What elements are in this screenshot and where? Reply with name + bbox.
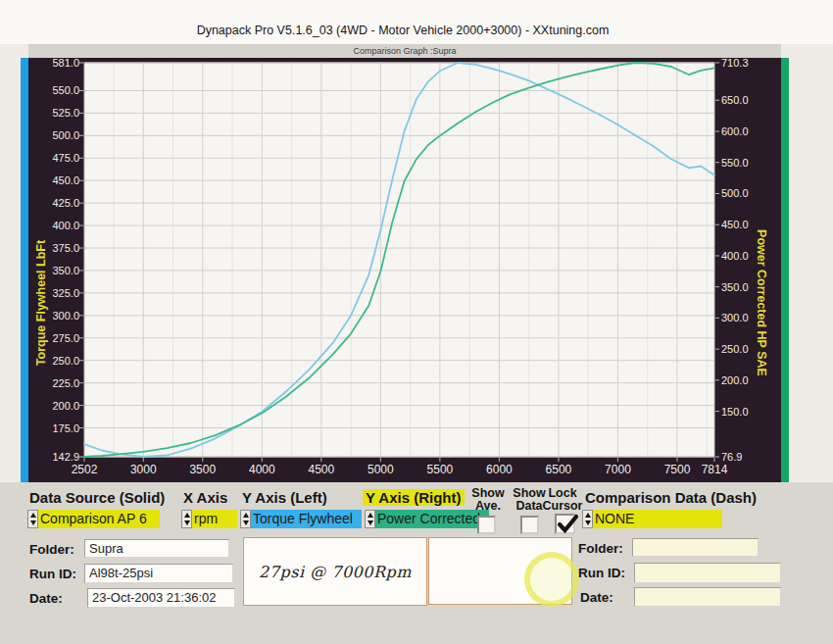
x-axis-tick-label: 7814 (702, 463, 728, 476)
right-axis-tick-label: 200.0 (721, 374, 749, 386)
x-axis-spinner[interactable] (181, 510, 192, 528)
label-line: Lock (548, 486, 576, 500)
folder-label: Folder: (29, 542, 74, 557)
show-data-checkbox[interactable] (520, 516, 539, 534)
spinner-up-icon (30, 513, 36, 518)
run-id-field[interactable]: Al98t-25psi (84, 564, 233, 583)
x-axis-tick-label: 7000 (605, 463, 631, 476)
comparison-folder-label: Folder: (578, 541, 623, 556)
y-axis-left-label: Y Axis (Left) (242, 489, 327, 506)
spinner-down-icon (30, 520, 36, 525)
comparison-data-label: Comparison Data (Dash) (585, 489, 757, 506)
dyno-plot[interactable]: 581.0550.0525.0500.0475.0450.0425.0400.0… (28, 58, 781, 482)
right-edge-strip (781, 58, 789, 482)
y-axis-left-combo: Torque Flywheel (240, 510, 362, 528)
right-axis-tick-label: 150.0 (721, 406, 749, 418)
note-box-2[interactable] (428, 537, 572, 605)
comparison-graph-block: Comparison Graph :Supra 581.0550.0525.05… (21, 44, 789, 482)
right-axis-tick-label: 710.3 (721, 58, 749, 69)
left-axis-tick-label: 375.0 (52, 242, 79, 254)
left-axis-tick-label: 350.0 (52, 265, 79, 276)
spinner-down-icon (243, 520, 249, 525)
x-axis-tick-label: 5500 (427, 463, 454, 476)
date-label: Date: (29, 591, 63, 606)
dynapack-window: Dynapack Pro V5.1.6_03 (4WD - Motor Vehi… (0, 0, 833, 644)
left-axis-tick-label: 142.9 (52, 451, 79, 463)
lock-cursor-checkbox[interactable] (555, 514, 575, 534)
left-edge-strip (21, 58, 28, 482)
x-axis-tick-label: 5000 (368, 463, 394, 476)
data-source-spinner[interactable] (27, 510, 38, 528)
comparison-date-label: Date: (580, 590, 613, 605)
right-axis-tick-label: 450.0 (721, 219, 749, 230)
control-panel: Data Source (Solid) X Axis Y Axis (Left)… (0, 482, 833, 644)
right-axis-tick-label: 500.0 (721, 187, 749, 199)
y-axis-right-label: Y Axis (Right) (363, 489, 465, 506)
label-line: Data (515, 499, 542, 513)
page-top-margin (0, 0, 833, 44)
plot-area (84, 63, 714, 457)
left-axis-tick-label: 250.0 (52, 355, 79, 367)
comparison-data-value[interactable]: NONE (593, 510, 722, 528)
comparison-data-spinner[interactable] (582, 510, 593, 528)
comparison-date-field[interactable] (634, 587, 781, 607)
lock-cursor-label: LockCursor (542, 487, 583, 513)
spinner-up-icon (243, 513, 249, 518)
right-axis-tick-label: 400.0 (721, 250, 749, 262)
window-title: Dynapack Pro V5.1.6_03 (4WD - Motor Vehi… (0, 24, 806, 37)
x-axis-tick-label: 3500 (189, 463, 216, 476)
right-axis-tick-label: 350.0 (721, 281, 749, 293)
data-source-label: Data Source (Solid) (29, 489, 165, 506)
left-axis-tick-label: 300.0 (52, 310, 79, 322)
note-box-1[interactable]: 27psi @ 7000Rpm (243, 537, 427, 606)
right-axis-title: Power Corrected HP SAE (755, 229, 768, 376)
x-axis-tick-label: 4000 (249, 463, 275, 476)
show-ave-label: ShowAve. (467, 487, 509, 513)
x-axis-value[interactable]: rpm (192, 510, 237, 528)
x-axis-label: X Axis (183, 489, 227, 506)
comparison-run-id-label: Run ID: (578, 566, 625, 580)
left-axis-tick-label: 225.0 (52, 377, 79, 389)
x-axis-tick-label: 7500 (664, 463, 691, 476)
spinner-up-icon (585, 513, 591, 518)
data-source-combo: Comparison AP 6 (27, 510, 160, 528)
run-id-label: Run ID: (29, 567, 76, 581)
left-axis-tick-label: 425.0 (52, 197, 79, 209)
left-axis-tick-label: 275.0 (52, 332, 79, 344)
x-axis-tick-label: 4500 (308, 463, 334, 476)
left-axis-tick-label: 581.0 (52, 58, 79, 69)
label-line: Cursor (543, 499, 583, 513)
graph-subtitle: Comparison Graph :Supra (28, 44, 781, 58)
left-axis-tick-label: 400.0 (52, 220, 79, 231)
show-ave-checkbox[interactable] (477, 516, 496, 534)
folder-field[interactable]: Supra (84, 539, 229, 558)
left-axis-tick-label: 550.0 (52, 84, 79, 96)
label-line: Show (471, 486, 504, 500)
y-axis-right-spinner[interactable] (365, 510, 375, 528)
right-axis-tick-label: 300.0 (721, 312, 749, 323)
comparison-data-combo: NONE (582, 510, 722, 528)
spinner-down-icon (368, 520, 373, 525)
date-field[interactable]: 23-Oct-2003 21:36:02 (87, 588, 235, 608)
left-axis-tick-label: 200.0 (52, 400, 79, 412)
data-source-value[interactable]: Comparison AP 6 (38, 510, 160, 528)
note-text: 27psi @ 7000Rpm (259, 563, 412, 581)
checkmark-icon (556, 512, 579, 535)
comparison-folder-field[interactable] (632, 538, 759, 557)
x-axis-tick-label: 3000 (130, 463, 157, 476)
left-axis-tick-label: 525.0 (52, 107, 79, 119)
label-line: Ave. (475, 499, 501, 513)
x-axis-tick-label: 6000 (486, 463, 513, 476)
left-axis-tick-label: 325.0 (52, 287, 79, 299)
y-axis-left-value[interactable]: Torque Flywheel (251, 510, 362, 528)
y-axis-left-spinner[interactable] (240, 510, 251, 528)
right-axis-tick-label: 550.0 (721, 157, 749, 169)
x-axis-tick-label: 2502 (72, 463, 98, 476)
chart-frame: 581.0550.0525.0500.0475.0450.0425.0400.0… (28, 58, 781, 482)
right-axis-tick-label: 250.0 (721, 343, 749, 355)
highlighter-mark (524, 552, 579, 607)
spinner-up-icon (184, 513, 190, 518)
spinner-down-icon (184, 520, 190, 525)
right-axis-tick-label: 650.0 (721, 94, 749, 106)
comparison-run-id-field[interactable] (634, 563, 781, 583)
